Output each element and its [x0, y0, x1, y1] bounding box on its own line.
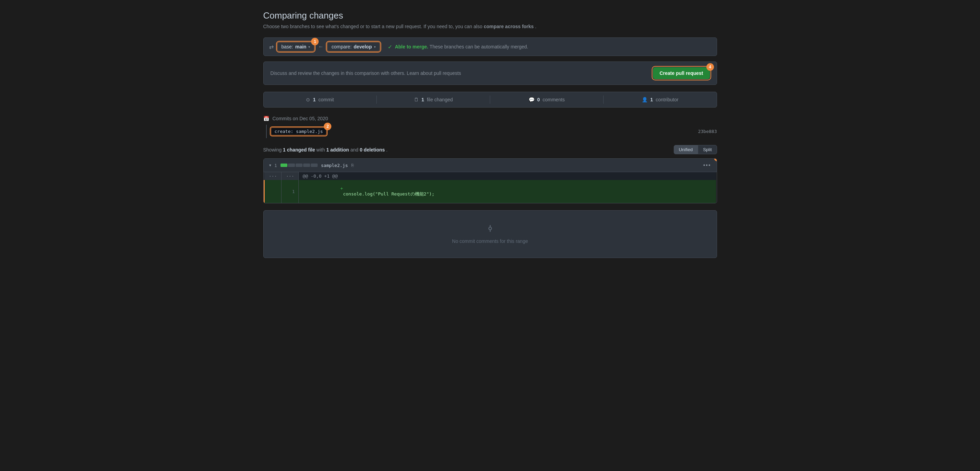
bar-neutral-4 — [311, 163, 318, 167]
file-label: file changed — [427, 97, 453, 102]
diff-table: ··· ··· @@ -0,0 +1 @@ 1 + console.log("P… — [264, 172, 717, 203]
file-menu-icon[interactable]: ••• — [703, 162, 711, 168]
commit-icon: ⊙ — [306, 97, 310, 102]
diff-changed-files: 1 changed file — [283, 147, 315, 152]
stat-comments[interactable]: 💬 0 comments — [490, 95, 604, 104]
base-branch-selector[interactable]: base: main ▾ — [277, 42, 315, 52]
commit-row: create: sample2.js 2 23be883 — [266, 125, 717, 138]
contributor-icon: 👤 — [642, 97, 648, 102]
hunk-num-old: ··· — [264, 172, 281, 180]
comment-count: 0 — [537, 97, 540, 102]
unified-view-button[interactable]: Unified — [674, 145, 698, 154]
base-branch-value: main — [295, 44, 307, 49]
file-change-count: 1 — [275, 163, 277, 168]
file-block-left: ▾ 1 sample2.js ⎘ — [269, 163, 354, 168]
diff-summary-mid: with — [316, 147, 326, 152]
branch-swap-icon: ⇄ — [269, 44, 274, 50]
diff-line-content: + console.log("Pull Requestの機能2"); — [298, 180, 716, 203]
page-title: Comparing changes — [263, 10, 717, 21]
compare-forks-link[interactable]: compare across forks — [484, 24, 534, 29]
no-commit-icon — [270, 224, 710, 234]
stat-commits[interactable]: ⊙ 1 commit — [264, 95, 377, 104]
commits-date: 📅 Commits on Dec 05, 2020 — [263, 116, 717, 121]
diff-section: Showing 1 changed file with 1 addition a… — [263, 145, 717, 203]
bar-neutral-2 — [296, 163, 302, 167]
file-icon: 🗒 — [414, 97, 419, 102]
diff-summary-and: and — [350, 147, 360, 152]
step-badge-2: 2 — [324, 123, 331, 130]
branch-selector-row: ⇄ base: main ▾ 1 ← compare: develop ▾ ✓ … — [263, 38, 717, 56]
base-caret-icon: ▾ — [308, 45, 310, 49]
commits-date-text: Commits on Dec 05, 2020 — [273, 116, 328, 121]
contributor-label: contributor — [655, 97, 678, 102]
diff-summary: Showing 1 changed file with 1 addition a… — [263, 147, 388, 152]
diff-additions: 1 addition — [326, 147, 349, 152]
stat-files[interactable]: 🗒 1 file changed — [377, 95, 490, 104]
file-block: 3 ▾ 1 sample2.js ⎘ ••• — [263, 159, 717, 203]
step-badge-4: 4 — [706, 63, 714, 71]
page-subtitle: Choose two branches to see what's change… — [263, 24, 717, 29]
stats-bar: ⊙ 1 commit 🗒 1 file changed 💬 0 comments… — [263, 92, 717, 108]
comment-icon: 💬 — [529, 97, 535, 102]
file-count: 1 — [422, 97, 424, 102]
merge-status: ✓ Able to merge. These branches can be a… — [388, 44, 528, 50]
file-count-bar — [280, 163, 318, 167]
diff-hunk-header: ··· ··· @@ -0,0 +1 @@ — [264, 172, 716, 180]
base-label: base: — [282, 44, 293, 49]
commit-count: 1 — [313, 97, 315, 102]
diff-summary-end: . — [386, 147, 387, 152]
diff-header-row: Showing 1 changed file with 1 addition a… — [263, 145, 717, 154]
merge-text: Able to merge. These branches can be aut… — [395, 44, 528, 49]
commit-message[interactable]: create: sample2.js — [271, 127, 327, 135]
copy-icon[interactable]: ⎘ — [351, 163, 354, 168]
view-toggle: Unified Split — [674, 145, 717, 154]
split-view-button[interactable]: Split — [698, 145, 717, 154]
info-banner-text: Discuss and review the changes in this c… — [270, 70, 461, 76]
commit-label: commit — [318, 97, 334, 102]
comment-label: comments — [542, 97, 565, 102]
diff-line-text: console.log("Pull Requestの機能2"); — [340, 191, 434, 197]
file-chevron-icon[interactable]: ▾ — [269, 163, 271, 168]
diff-plus-icon: + — [340, 186, 345, 191]
diff-deletions: 0 deletions — [360, 147, 385, 152]
step-badge-1: 1 — [311, 38, 319, 45]
compare-branch-selector[interactable]: compare: develop ▾ — [327, 42, 380, 52]
no-commit-section: No commit comments for this range — [263, 210, 717, 258]
merge-check-icon: ✓ — [388, 44, 392, 50]
branch-arrow-icon: ← — [318, 44, 323, 50]
svg-point-0 — [489, 227, 492, 230]
no-commit-text: No commit comments for this range — [270, 238, 710, 244]
create-pull-request-button[interactable]: Create pull request — [653, 67, 710, 79]
commit-hash: 23be883 — [698, 129, 717, 134]
stat-contributors[interactable]: 👤 1 contributor — [604, 95, 717, 104]
bar-added — [280, 163, 287, 167]
diff-summary-pre: Showing — [263, 147, 283, 152]
bar-neutral-3 — [303, 163, 310, 167]
file-block-header: ▾ 1 sample2.js ⎘ ••• — [264, 159, 717, 172]
diff-old-num — [264, 180, 281, 203]
file-name: sample2.js — [321, 163, 348, 168]
hunk-label: @@ -0,0 +1 @@ — [298, 172, 716, 180]
compare-label: compare: — [331, 44, 351, 49]
compare-branch-value: develop — [354, 44, 372, 49]
diff-line-added: 1 + console.log("Pull Requestの機能2"); — [264, 180, 716, 203]
contributor-count: 1 — [651, 97, 653, 102]
commits-section: 📅 Commits on Dec 05, 2020 create: sample… — [263, 116, 717, 138]
info-banner: Discuss and review the changes in this c… — [263, 62, 717, 85]
diff-new-num: 1 — [281, 180, 298, 203]
compare-caret-icon: ▾ — [374, 45, 376, 49]
calendar-icon: 📅 — [263, 116, 269, 121]
hunk-num-new: ··· — [281, 172, 298, 180]
bar-neutral-1 — [288, 163, 295, 167]
